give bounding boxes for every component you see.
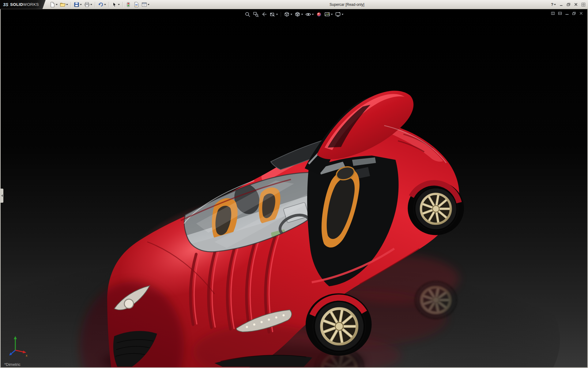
restore-button[interactable] bbox=[567, 2, 571, 6]
solidworks-app-window: 3S SOLIDWORKS bbox=[0, 0, 588, 368]
minimize-button[interactable] bbox=[559, 2, 563, 6]
new-document-icon bbox=[50, 2, 55, 7]
save-icon bbox=[74, 2, 79, 7]
restore-icon bbox=[567, 2, 571, 6]
help-button[interactable]: ? bbox=[551, 2, 556, 7]
eye-icon bbox=[305, 11, 311, 17]
dropdown-caret[interactable] bbox=[104, 4, 106, 5]
solidworks-logo: 3S SOLIDWORKS bbox=[0, 0, 46, 9]
undo-button[interactable] bbox=[97, 1, 107, 9]
dropdown-caret[interactable] bbox=[56, 4, 58, 5]
dropdown-caret[interactable] bbox=[276, 14, 278, 15]
dropdown-caret[interactable] bbox=[342, 14, 344, 15]
close-button[interactable] bbox=[574, 2, 578, 6]
print-button[interactable] bbox=[83, 1, 93, 9]
rebuild-button[interactable] bbox=[125, 1, 132, 9]
display-style-button[interactable] bbox=[294, 11, 304, 18]
dropdown-caret[interactable] bbox=[291, 14, 292, 15]
dropdown-caret[interactable] bbox=[90, 4, 92, 5]
main-toolbar bbox=[49, 1, 150, 9]
view-orientation-button[interactable] bbox=[283, 11, 293, 18]
apply-scene-button[interactable] bbox=[324, 11, 334, 18]
toolbar-separator bbox=[95, 2, 95, 7]
dropdown-caret[interactable] bbox=[554, 4, 556, 5]
print-icon bbox=[84, 2, 90, 7]
previous-view-icon bbox=[261, 11, 267, 17]
document-minimize-button[interactable] bbox=[565, 11, 569, 15]
view-settings-button[interactable] bbox=[334, 11, 344, 18]
zoom-fit-icon bbox=[245, 11, 251, 17]
view-orientation-label: *Dimetric bbox=[4, 362, 21, 367]
dropdown-caret[interactable] bbox=[80, 4, 82, 5]
dropdown-caret[interactable] bbox=[118, 4, 120, 5]
chevron-left-icon bbox=[1, 194, 3, 197]
brand-name: SOLIDWORKS bbox=[10, 2, 39, 7]
new-button[interactable] bbox=[49, 1, 58, 9]
3d-scene[interactable] bbox=[1, 9, 587, 367]
reference-triad: x bbox=[7, 333, 31, 358]
toolbar-separator bbox=[281, 12, 281, 17]
close-icon bbox=[574, 2, 578, 6]
document-restore-button[interactable] bbox=[572, 11, 576, 15]
feature-panel-collapse-tab[interactable] bbox=[1, 189, 3, 203]
save-button[interactable] bbox=[73, 1, 83, 9]
task-pane-grid-icon bbox=[581, 2, 586, 7]
zoom-to-area-button[interactable] bbox=[252, 11, 260, 18]
minimize-icon bbox=[559, 2, 563, 6]
options-button[interactable] bbox=[141, 1, 150, 9]
dropdown-caret[interactable] bbox=[66, 4, 68, 5]
rebuild-traffic-light-icon bbox=[126, 2, 131, 7]
toolbar-separator bbox=[109, 2, 109, 7]
restore-icon bbox=[572, 11, 576, 15]
section-view-button[interactable] bbox=[269, 11, 279, 18]
z-axis bbox=[11, 350, 15, 354]
zoom-to-fit-button[interactable] bbox=[244, 11, 251, 18]
3ds-logo-icon: 3S bbox=[3, 2, 8, 7]
section-view-icon bbox=[270, 11, 276, 17]
view-c​ube-icon bbox=[284, 11, 290, 17]
front-wheel[interactable] bbox=[306, 293, 372, 356]
file-properties-button[interactable] bbox=[133, 1, 140, 9]
undo-arrow-icon bbox=[98, 2, 104, 7]
task-pane-toggle-button[interactable] bbox=[581, 2, 586, 7]
toolbar-separator bbox=[123, 2, 123, 7]
pane-split-horizontal-button[interactable] bbox=[558, 11, 562, 15]
heads-up-view-toolbar bbox=[244, 11, 344, 18]
previous-view-button[interactable] bbox=[261, 11, 268, 18]
select-button[interactable] bbox=[111, 1, 121, 9]
window-controls: ? bbox=[551, 2, 588, 7]
pane-split-horizontal-icon bbox=[558, 11, 562, 15]
file-properties-icon bbox=[134, 2, 139, 7]
rear-wheel[interactable] bbox=[408, 181, 464, 235]
scene-backdrop-icon bbox=[324, 11, 330, 17]
x-axis bbox=[15, 350, 24, 352]
document-close-button[interactable] bbox=[579, 11, 583, 15]
document-window-controls bbox=[551, 11, 583, 15]
open-button[interactable] bbox=[59, 1, 69, 9]
dropdown-caret[interactable] bbox=[301, 14, 303, 15]
display-style-icon bbox=[295, 11, 301, 17]
edit-appearance-button[interactable] bbox=[315, 11, 323, 18]
graphics-area[interactable]: x *Dimetric bbox=[0, 9, 588, 368]
close-icon bbox=[579, 11, 583, 15]
minimize-icon bbox=[565, 11, 569, 15]
open-folder-icon bbox=[60, 2, 66, 7]
pane-split-vertical-button[interactable] bbox=[551, 11, 555, 15]
view-settings-icon bbox=[335, 11, 341, 17]
dropdown-caret[interactable] bbox=[148, 4, 149, 5]
zoom-area-icon bbox=[253, 11, 259, 17]
hide-show-items-button[interactable] bbox=[305, 11, 315, 18]
x-axis-label: x bbox=[26, 354, 28, 357]
dropdown-caret[interactable] bbox=[312, 14, 314, 15]
app-titlebar: 3S SOLIDWORKS bbox=[0, 0, 588, 9]
help-icon: ? bbox=[551, 2, 553, 7]
options-icon bbox=[141, 2, 147, 7]
dropdown-caret[interactable] bbox=[331, 14, 333, 15]
appearance-sphere-icon bbox=[316, 11, 322, 17]
toolbar-separator bbox=[71, 2, 71, 7]
select-cursor-icon bbox=[112, 2, 117, 7]
document-title: Supercar [Read-only] bbox=[330, 2, 364, 7]
pane-split-vertical-icon bbox=[551, 11, 555, 15]
